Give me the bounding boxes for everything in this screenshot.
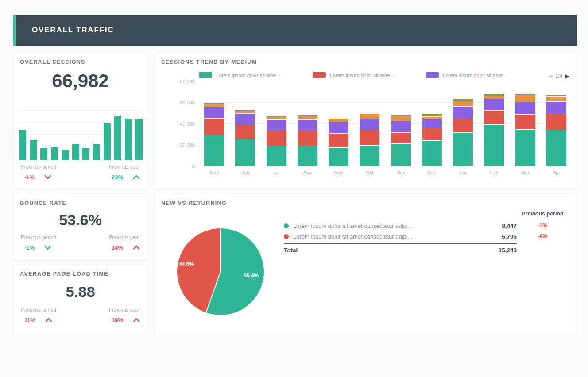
- new-vs-returning-pie: [177, 228, 264, 315]
- stacked-bar-oct: [360, 112, 379, 166]
- x-tick-label: Nov: [391, 170, 411, 175]
- mini-bar: [51, 147, 58, 160]
- legend-item[interactable]: Lorem ipsum dolor sit ame...: [313, 72, 394, 78]
- x-tick-label: Sep: [329, 170, 348, 175]
- card-title-new-vs-returning: NEW VS RETURNING: [161, 200, 227, 206]
- mini-bar: [19, 130, 26, 160]
- bar-segment: [329, 118, 348, 122]
- row-value: 8,447: [477, 223, 517, 229]
- previous-year-kpi: 23%: [112, 174, 140, 181]
- bar-segment: [484, 99, 504, 110]
- x-tick-label: May: [204, 170, 224, 175]
- y-tick-label: 80,000: [180, 79, 195, 84]
- stacked-bar-dec: [422, 113, 442, 166]
- bar-segment: [391, 116, 411, 121]
- row-value: 6,796: [477, 233, 517, 240]
- bar-segment: [515, 95, 535, 102]
- bar-segment: [515, 102, 535, 114]
- x-tick-label: Jul: [267, 170, 286, 175]
- bar-segment: [453, 101, 473, 106]
- card-new-vs-returning: NEW VS RETURNING 44.6% 55.4% Previous pe…: [155, 193, 577, 335]
- y-tick-label: 20,000: [180, 142, 195, 148]
- kpi-labels-row: Previous period Previous year: [14, 307, 147, 312]
- pagination-next-icon[interactable]: ▶: [565, 73, 569, 79]
- kpi-values-row: 11% 19%: [14, 317, 147, 323]
- trend-up-chevron-icon: [45, 318, 52, 323]
- bar-segment: [360, 119, 379, 130]
- trend-up-chevron-icon: [133, 175, 140, 180]
- pie-slice-label-returning: 44.6%: [179, 261, 194, 267]
- stacked-bar-plot: [199, 81, 571, 166]
- legend-item[interactable]: Lorem ipsum dolor sit ame...: [426, 72, 507, 78]
- dashboard-page: OVERALL TRAFFIC OVERALL SESSIONS 66,982 …: [0, 0, 588, 377]
- bounce-rate-value: 53.6%: [14, 212, 147, 229]
- legend-item[interactable]: Lorem ipsum dolor sit ame...: [199, 72, 280, 78]
- bar-segment: [515, 114, 535, 129]
- bar-segment: [298, 146, 317, 166]
- bar-segment: [204, 118, 224, 135]
- stacked-bar-jun: [235, 110, 255, 166]
- bar-segment: [546, 101, 566, 114]
- table-row: Lorem ipsum dolor sit amet consectetur a…: [284, 220, 569, 231]
- bar-segment: [235, 139, 255, 166]
- card-avg-page-load: AVERAGE PAGE LOAD TIME 5.88 Previous per…: [13, 264, 147, 335]
- bar-segment: [391, 121, 411, 132]
- mini-bar: [104, 123, 111, 160]
- bar-segment: [391, 132, 411, 143]
- bar-segment: [453, 119, 473, 132]
- pie-slice-separator: [220, 228, 221, 272]
- bar-segment: [484, 110, 504, 124]
- series-color-dot: [284, 223, 289, 228]
- bar-segment: [329, 147, 348, 166]
- y-tick-label: 60,000: [180, 100, 195, 105]
- kpi-labels-row: Previous period Previous year: [14, 235, 147, 240]
- previous-period-label: Previous period: [21, 164, 56, 169]
- legend-swatch: [426, 72, 439, 78]
- bar-segment: [235, 113, 255, 125]
- stacked-bar-jul: [267, 115, 286, 166]
- previous-year-kpi: 19%: [112, 317, 140, 323]
- overall-sessions-mini-chart: [19, 110, 143, 160]
- previous-year-label: Previous year: [109, 307, 140, 312]
- pie-slice-label-new: 55.4%: [244, 273, 259, 279]
- previous-year-label: Previous year: [109, 235, 140, 240]
- mini-bar: [30, 140, 37, 160]
- row-previous-period-change: -2%: [517, 223, 569, 229]
- pie-slice-separator: [205, 272, 221, 313]
- bar-segment: [329, 122, 348, 133]
- page-title: OVERALL TRAFFIC: [32, 26, 114, 35]
- bar-segment: [267, 131, 286, 146]
- gridline: [19, 122, 143, 123]
- row-label: Lorem ipsum dolor sit amet consectetur a…: [293, 223, 477, 229]
- trend-up-chevron-icon: [133, 318, 140, 323]
- bar-segment: [298, 116, 317, 119]
- pagination-prev-icon[interactable]: ◀: [548, 73, 552, 79]
- gridline: [19, 134, 143, 135]
- gridline: [19, 110, 143, 111]
- bar-segment: [546, 114, 566, 130]
- trend-down-chevron-icon: [44, 175, 51, 180]
- kpi-change-value: 23%: [112, 174, 123, 181]
- header-accent-bar: [13, 15, 16, 46]
- legend-swatch: [199, 72, 212, 78]
- report-header: OVERALL TRAFFIC: [13, 15, 577, 46]
- card-overall-sessions: OVERALL SESSIONS 66,982 Previous period …: [13, 52, 147, 189]
- bar-segment: [267, 119, 286, 131]
- previous-period-kpi: 11%: [21, 317, 52, 323]
- previous-period-label: Previous period: [21, 235, 56, 240]
- pagination-label: 1/4: [555, 73, 562, 79]
- y-tick-label: 40,000: [180, 121, 195, 127]
- x-tick-label: Jun: [235, 170, 255, 175]
- stacked-bar-feb: [484, 93, 504, 166]
- bar-segment: [484, 124, 504, 166]
- x-tick-label: Oct: [360, 170, 379, 175]
- kpi-values-row: -1% 14%: [14, 244, 147, 251]
- x-tick-label: Aug: [298, 170, 317, 175]
- previous-period-label: Previous period: [21, 307, 56, 312]
- mini-bar: [125, 119, 132, 160]
- previous-period-column-header: Previous period: [517, 211, 569, 217]
- mini-bar: [135, 119, 143, 160]
- stacked-bar-apr: [546, 95, 566, 166]
- mini-bar: [93, 144, 100, 160]
- bar-segment: [515, 129, 535, 166]
